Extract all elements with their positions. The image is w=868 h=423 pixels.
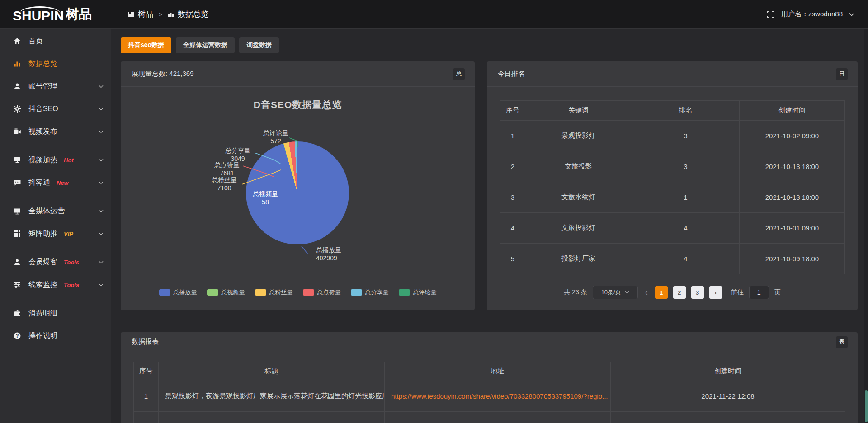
breadcrumb-root[interactable]: 树品 bbox=[138, 9, 153, 19]
pie-label-play: 总播放量402909 bbox=[316, 246, 357, 262]
col-no: 序号 bbox=[500, 101, 525, 121]
sidebar-item-consumption[interactable]: 消费明细 bbox=[0, 302, 111, 324]
total-badge-button[interactable]: 总 bbox=[453, 68, 465, 80]
col-keyword: 关键词 bbox=[525, 101, 632, 121]
legend-item-share[interactable]: 总分享量 bbox=[351, 288, 389, 296]
report-panel-header: 数据报表 表 bbox=[121, 332, 858, 352]
goto-page-input[interactable] bbox=[749, 286, 769, 299]
goto-unit: 页 bbox=[774, 288, 781, 296]
chevron-down-icon bbox=[625, 291, 629, 294]
report-table: 序号 标题 地址 创建时间 1 景观投影灯，夜游景观投影灯厂家展示展示落花灯在花… bbox=[133, 362, 845, 423]
col-title: 标题 bbox=[159, 362, 385, 381]
chevron-down-icon bbox=[99, 210, 104, 213]
sidebar: 首页 数据总览 账号管理 抖音SEO 视频发布 bbox=[0, 29, 111, 423]
chart-panel-header: 展现量总数: 421,369 总 bbox=[121, 61, 475, 87]
sidebar-item-data-overview[interactable]: 数据总览 bbox=[0, 52, 111, 75]
legend-swatch bbox=[303, 289, 314, 296]
sidebar-item-media-ops[interactable]: 全媒体运营 bbox=[0, 200, 111, 222]
table-row[interactable]: 2文旅投影 32021-10-13 18:00 bbox=[500, 151, 845, 182]
sidebar-item-label: 抖客通 bbox=[28, 178, 50, 188]
legend-item-video[interactable]: 总视频量 bbox=[207, 288, 245, 296]
col-url: 地址 bbox=[385, 362, 611, 381]
sidebar-item-video-heat[interactable]: 视频加热 Hot bbox=[0, 149, 111, 171]
video-url-link[interactable]: https://www.iesdouyin.com/share/video/70… bbox=[391, 392, 608, 400]
prev-page-button[interactable]: ‹ bbox=[643, 288, 650, 297]
pie-label-comment: 总评论量572 bbox=[260, 129, 292, 145]
wallet-icon bbox=[13, 309, 22, 317]
day-badge-button[interactable]: 日 bbox=[836, 68, 848, 80]
sidebar-item-leads[interactable]: 线索监控 Tools bbox=[0, 273, 111, 296]
pie-label-video: 总视频量58 bbox=[249, 190, 282, 206]
sidebar-item-help[interactable]: ? 操作说明 bbox=[0, 324, 111, 347]
chevron-down-icon bbox=[99, 85, 104, 88]
legend-swatch bbox=[399, 289, 410, 296]
pie-label-fans: 总粉丝量7100 bbox=[208, 176, 240, 192]
chat-icon bbox=[13, 179, 22, 187]
username-label[interactable]: 用户名：zswodun88 bbox=[781, 10, 843, 19]
tools-badge: Tools bbox=[64, 282, 79, 288]
table-header-row: 序号 标题 地址 创建时间 bbox=[134, 362, 845, 381]
rank-panel-body: 序号 关键词 排名 创建时间 1景观投影灯 32021-10-02 09:00 … bbox=[487, 87, 858, 310]
tab-douyin-seo[interactable]: 抖音seo数据 bbox=[121, 37, 171, 53]
chevron-down-icon bbox=[99, 261, 104, 264]
table-row[interactable]: 4文旅投影灯 42021-10-01 09:00 bbox=[500, 213, 845, 244]
table-row[interactable]: 1景观投影灯 32021-10-02 09:00 bbox=[500, 121, 845, 151]
table-badge-button[interactable]: 表 bbox=[836, 336, 848, 348]
chevron-down-icon[interactable] bbox=[849, 13, 854, 16]
col-rank: 排名 bbox=[632, 101, 740, 121]
logo-arc bbox=[19, 6, 61, 14]
sidebar-item-matrix-boost[interactable]: 矩阵助推 VIP bbox=[0, 222, 111, 245]
next-page-button[interactable]: › bbox=[709, 286, 722, 299]
table-row[interactable]: 5投影灯厂家 42021-10-09 18:00 bbox=[500, 244, 845, 274]
sidebar-item-label: 抖音SEO bbox=[28, 104, 58, 114]
window-icon bbox=[128, 11, 134, 18]
sidebar-item-label: 首页 bbox=[28, 37, 43, 46]
rank-table: 序号 关键词 排名 创建时间 1景观投影灯 32021-10-02 09:00 … bbox=[500, 100, 845, 274]
bar-chart-icon bbox=[168, 11, 174, 18]
legend-item-fans[interactable]: 总粉丝量 bbox=[255, 288, 293, 296]
page-button-3[interactable]: 3 bbox=[691, 286, 704, 299]
table-row[interactable]: 1 景观投影灯，夜游景观投影灯厂家展示展示落花灯在花园里的灯光投影应用效果 # … bbox=[134, 381, 845, 412]
sidebar-item-label: 消费明细 bbox=[28, 309, 57, 318]
sidebar-item-label: 视频加热 bbox=[28, 155, 57, 165]
sidebar-item-douyin-seo[interactable]: 抖音SEO bbox=[0, 98, 111, 120]
legend-item-like[interactable]: 总点赞量 bbox=[303, 288, 341, 296]
page-button-2[interactable]: 2 bbox=[673, 286, 686, 299]
sidebar-item-label: 视频发布 bbox=[28, 127, 57, 136]
col-no: 序号 bbox=[134, 362, 159, 381]
report-panel-title: 数据报表 bbox=[132, 338, 159, 346]
chevron-down-icon bbox=[99, 232, 104, 235]
member-icon bbox=[13, 258, 22, 266]
sidebar-item-label: 会员爆客 bbox=[28, 258, 57, 267]
page-scrollbar[interactable] bbox=[864, 29, 868, 423]
tab-inquiry[interactable]: 询盘数据 bbox=[239, 37, 279, 53]
sidebar-divider bbox=[0, 248, 111, 248]
gear-icon bbox=[13, 105, 22, 113]
chart-legend: 总播放量 总视频量 总粉丝量 总点赞量 总分享量 bbox=[121, 288, 475, 296]
pagination: 共 23 条 10条/页 ‹ 1 2 3 › 前往 页 bbox=[487, 286, 858, 299]
sidebar-item-douketong[interactable]: 抖客通 New bbox=[0, 171, 111, 194]
breadcrumb: 树品 > 数据总览 bbox=[128, 9, 208, 19]
sidebar-divider bbox=[0, 197, 111, 197]
legend-swatch bbox=[255, 289, 266, 296]
page-size-select[interactable]: 10条/页 bbox=[593, 286, 638, 299]
sidebar-item-member[interactable]: 会员爆客 Tools bbox=[0, 251, 111, 273]
sidebar-item-home[interactable]: 首页 bbox=[0, 30, 111, 52]
chevron-down-icon bbox=[99, 108, 104, 111]
tab-media-ops[interactable]: 全媒体运营数据 bbox=[176, 37, 235, 53]
video-icon bbox=[13, 127, 22, 136]
page-button-1[interactable]: 1 bbox=[655, 286, 668, 299]
legend-item-play[interactable]: 总播放量 bbox=[159, 288, 197, 296]
vip-badge: VIP bbox=[64, 230, 73, 237]
topbar-right: 用户名：zswodun88 bbox=[767, 10, 868, 19]
scrollbar-thumb[interactable] bbox=[865, 390, 868, 422]
data-tabs: 抖音seo数据 全媒体运营数据 询盘数据 bbox=[121, 37, 279, 53]
sidebar-item-account[interactable]: 账号管理 bbox=[0, 75, 111, 98]
chevron-down-icon bbox=[99, 181, 104, 184]
breadcrumb-current[interactable]: 数据总览 bbox=[178, 9, 208, 19]
sidebar-item-video-publish[interactable]: 视频发布 bbox=[0, 120, 111, 143]
table-row[interactable]: 3文旅水纹灯 12021-10-13 18:00 bbox=[500, 182, 845, 213]
legend-item-comment[interactable]: 总评论量 bbox=[399, 288, 437, 296]
fullscreen-icon[interactable] bbox=[767, 10, 775, 19]
rank-panel-title: 今日排名 bbox=[498, 70, 525, 78]
